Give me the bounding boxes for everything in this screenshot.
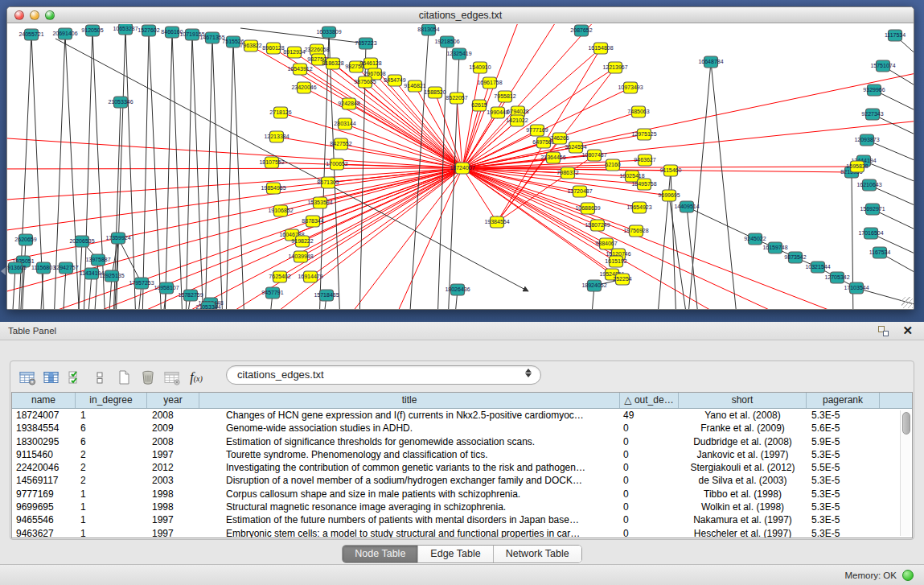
graph-edge[interactable] <box>687 207 755 239</box>
column-header-year[interactable]: year <box>147 393 199 408</box>
table-cell: 19384554 <box>12 422 76 435</box>
window-titlebar[interactable]: citations_edges.txt <box>7 7 914 23</box>
graph-edge[interactable] <box>687 207 699 310</box>
table-settings-icon[interactable] <box>15 367 39 388</box>
graph-edge[interactable] <box>7 168 462 233</box>
graph-node-label: 8878344 <box>302 218 323 224</box>
graph-edge[interactable] <box>462 168 852 172</box>
graph-node-label: 9227343 <box>861 111 883 117</box>
column-header-name[interactable]: name <box>12 393 76 408</box>
graph-edge[interactable] <box>304 88 462 168</box>
column-chooser-icon[interactable] <box>39 367 64 388</box>
delete-table-icon[interactable] <box>136 367 160 388</box>
graph-edge[interactable] <box>457 98 462 168</box>
table-row[interactable]: 1872400712008Changes of HCN gene express… <box>12 409 912 422</box>
graph-edge[interactable] <box>7 168 462 298</box>
graph-edge[interactable] <box>63 268 66 310</box>
graph-node-label: 12925135 <box>99 273 124 278</box>
graph-edge[interactable] <box>7 168 462 169</box>
network-graph-canvas[interactable]: 1872400724055721206914069120505106532871… <box>7 24 914 309</box>
graph-edge[interactable] <box>125 29 136 310</box>
graph-edge[interactable] <box>216 168 462 310</box>
graph-node-label: 13975887 <box>85 257 110 262</box>
tab-network-table[interactable]: Network Table <box>494 546 581 562</box>
table-cell: 0 <box>620 513 679 526</box>
graph-edge[interactable] <box>462 72 914 168</box>
table-row[interactable]: 977716911998Corpus callosum shape and si… <box>12 488 912 501</box>
graph-edge[interactable] <box>300 69 462 168</box>
table-panel-title: Table Panel <box>8 326 56 336</box>
graph-edge[interactable] <box>7 137 462 168</box>
table-selector-dropdown[interactable]: citations_edges.txt <box>226 365 541 385</box>
graph-edge[interactable] <box>212 38 223 310</box>
graph-node-label: 9463627 <box>634 157 655 163</box>
table-cell: 1997 <box>147 527 199 538</box>
select-rows-icon[interactable] <box>64 367 88 388</box>
graph-edge[interactable] <box>462 168 616 262</box>
status-bar: Memory: OK <box>0 564 924 585</box>
table-row[interactable]: 1830029562008Estimation of significance … <box>12 435 912 448</box>
table-header-row: namein_degreeyeartitle△ out_de…shortpage… <box>12 393 912 409</box>
graph-edge[interactable] <box>329 32 340 310</box>
table-cell: 2008 <box>147 435 199 448</box>
table-row[interactable]: 911546021997Tourette syndrome. Phenomeno… <box>12 448 912 461</box>
table-row[interactable]: 1938455462009Genome-wide association stu… <box>12 422 912 435</box>
table-row[interactable]: 946554611997Estimation of the future num… <box>12 513 912 526</box>
graph-edge[interactable] <box>240 28 366 43</box>
graph-edge[interactable] <box>116 29 125 310</box>
graph-edge[interactable] <box>192 35 203 310</box>
graph-node-label: 7857223 <box>355 40 376 46</box>
graph-node-label: 62160 <box>605 162 621 167</box>
graph-node-label: 12093873 <box>854 137 879 142</box>
graph-edge[interactable] <box>233 42 244 310</box>
new-table-icon[interactable] <box>112 367 136 388</box>
graph-node-label: 8186328 <box>322 60 343 66</box>
graph-node-label: 19654923 <box>626 204 651 210</box>
graph-node-label: 9146821 <box>404 83 425 89</box>
graph-edge[interactable] <box>319 32 329 310</box>
graph-edge[interactable] <box>205 38 212 310</box>
graph-node-label: 9873542 <box>784 254 806 260</box>
graph-node-label: 12705342 <box>824 274 849 280</box>
close-panel-icon[interactable]: ✕ <box>902 323 913 338</box>
tab-edge-table[interactable]: Edge Table <box>418 546 493 562</box>
graph-node-label: 9329966 <box>863 87 885 93</box>
table-row[interactable]: 2242004622012Investigating the contribut… <box>12 461 912 474</box>
graph-node-label: 1588520 <box>424 89 446 95</box>
function-builder-icon[interactable]: f(x) <box>184 367 208 388</box>
column-header-pagerank[interactable]: pagerank <box>807 393 880 408</box>
column-header-title[interactable]: title <box>199 393 620 408</box>
table-panel: Table Panel ✕ f(x) citations_edges.txt n… <box>0 322 924 585</box>
graph-edge[interactable] <box>165 32 172 310</box>
graph-node-label: 2087652 <box>570 27 592 33</box>
graph-edge[interactable] <box>186 35 192 310</box>
graph-node-label: 9699695 <box>658 192 680 198</box>
column-header-out_de[interactable]: △ out_de… <box>620 393 679 408</box>
tab-node-table[interactable]: Node Table <box>343 546 418 562</box>
window-resize-grip[interactable] <box>901 297 913 308</box>
float-panel-icon[interactable] <box>878 326 889 336</box>
graph-edge[interactable] <box>497 68 615 222</box>
graph-edge[interactable] <box>149 31 162 310</box>
vertical-scrollbar[interactable] <box>900 410 910 536</box>
scrollbar-thumb[interactable] <box>902 412 910 435</box>
collapse-panel-arrow-icon[interactable] <box>1 267 6 275</box>
graph-node-label: 16159748 <box>762 245 787 250</box>
column-header-short[interactable]: short <box>679 393 807 408</box>
network-view-window[interactable]: citations_edges.txt 18724007240557212069… <box>6 6 914 310</box>
column-header-in_degree[interactable]: in_degree <box>76 393 147 408</box>
graph-edge[interactable] <box>142 31 149 310</box>
graph-edge[interactable] <box>226 42 233 310</box>
table-row[interactable]: 1456911722003Disruption of a novel membe… <box>12 474 912 487</box>
table-cell: Investigating the contribution of common… <box>199 461 620 474</box>
table-row[interactable]: 946362711997Embryonic stem cells: a mode… <box>12 527 912 538</box>
row-stack-icon[interactable] <box>88 367 112 388</box>
table-cell: Jankovic et al. (1997) <box>679 448 807 461</box>
table-row[interactable]: 969969511998Structural magnetic resonanc… <box>12 501 912 513</box>
graph-node-label: 21053346 <box>108 99 133 105</box>
table-cell: de Silva et al. (2003) <box>679 474 807 487</box>
graph-node-label: 12942757 <box>53 265 78 270</box>
graph-node-label: 16154808 <box>588 45 613 51</box>
graph-edge[interactable] <box>409 30 429 310</box>
graph-edge[interactable] <box>688 62 711 310</box>
